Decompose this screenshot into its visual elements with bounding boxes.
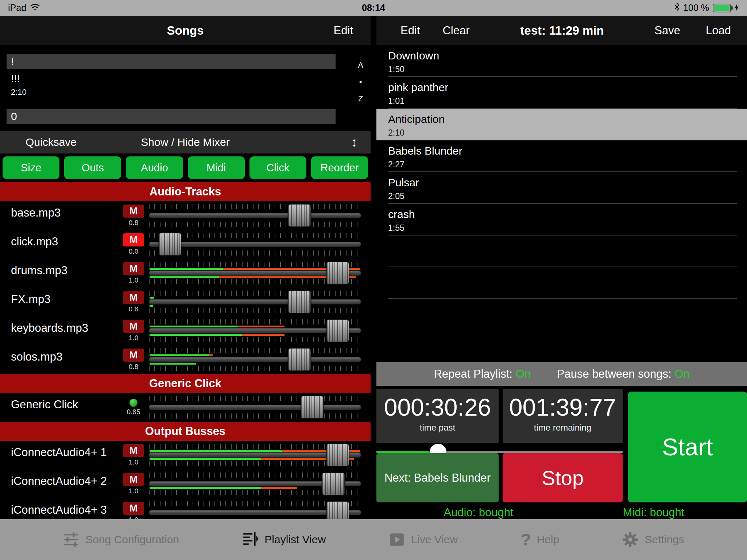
click-button[interactable]: Click	[249, 156, 306, 179]
slider-ticks	[149, 413, 361, 419]
mixer-track-row: solos.mp3 M 0.8	[0, 345, 371, 374]
resize-arrows-icon[interactable]: ↕	[351, 135, 357, 150]
mute-button[interactable]: M	[123, 262, 144, 275]
song-row[interactable]: !	[7, 54, 336, 69]
playlist-item[interactable]: Pulsar 2:05	[376, 172, 747, 204]
stop-button[interactable]: Stop	[503, 453, 623, 502]
volume-value: 0.8	[123, 363, 144, 371]
mixer-track-row: keyboards.mp3 M 1.0	[0, 316, 371, 345]
song-title: !!!	[11, 72, 336, 85]
device-label: iPad	[8, 3, 26, 13]
playlist-clear-button[interactable]: Clear	[442, 24, 469, 37]
fader-handle[interactable]	[159, 233, 181, 256]
songs-edit-button[interactable]: Edit	[334, 24, 353, 37]
mixer-toolbar: Quicksave Show / Hide Mixer ↕	[0, 131, 371, 153]
fader-handle[interactable]	[326, 262, 349, 284]
pause-between-songs-toggle[interactable]: Pause between songs: On	[557, 368, 690, 381]
fader-handle[interactable]	[288, 291, 311, 313]
volume-slider[interactable]	[149, 347, 361, 372]
midi-button[interactable]: Midi	[188, 156, 245, 179]
tab-playlist-view[interactable]: Playlist View	[242, 531, 326, 548]
track-name: iConnectAudio4+ 3	[11, 503, 107, 517]
size-button[interactable]: Size	[3, 156, 59, 179]
mute-button[interactable]: M	[123, 349, 144, 362]
fader-handle[interactable]	[322, 472, 345, 495]
start-button[interactable]: Start	[628, 392, 747, 502]
repeat-playlist-toggle[interactable]: Repeat Playlist: On	[434, 368, 530, 381]
battery-percentage: 100 %	[683, 3, 709, 13]
next-song-button[interactable]: Next: Babels Blunder	[376, 453, 499, 502]
playlist-item-duration: 2:27	[388, 160, 747, 170]
track-name: Generic Click	[11, 398, 78, 411]
alphabet-index[interactable]: A • Z	[358, 61, 363, 104]
volume-slider[interactable]	[149, 319, 361, 343]
song-row[interactable]: !!! 2:10	[7, 72, 336, 97]
playlist-item[interactable]: Anticipation 2:10	[376, 109, 747, 140]
fader-handle[interactable]	[288, 204, 311, 227]
volume-slider[interactable]	[149, 443, 361, 467]
quicksave-button[interactable]: Quicksave	[26, 136, 77, 148]
tab-live-view[interactable]: Live View	[388, 531, 458, 548]
index-letter[interactable]: Z	[358, 94, 363, 104]
mute-button[interactable]: M	[123, 320, 144, 333]
volume-slider[interactable]	[149, 501, 361, 519]
tab-song-configuration[interactable]: Song Configuration	[63, 531, 179, 548]
level-meter	[150, 411, 360, 412]
volume-slider[interactable]	[149, 290, 361, 314]
repeat-value: On	[516, 368, 531, 380]
playlist-title: test: 11:29 min	[470, 24, 655, 38]
midi-purchase-status: Midi: bought	[559, 506, 747, 519]
song-mixer-panel: Songs Edit ! !!! 2:10 0 A • Z Quicksave …	[0, 16, 371, 519]
tab-label: Help	[537, 533, 559, 546]
playlist-edit-button[interactable]: Edit	[400, 24, 420, 37]
index-letter[interactable]: •	[359, 77, 362, 87]
song-row[interactable]: 0	[7, 109, 336, 124]
playlist-item[interactable]: Babels Blunder 2:27	[376, 140, 747, 172]
fader-handle[interactable]	[301, 396, 324, 419]
volume-slider[interactable]	[149, 472, 361, 496]
fader-handle[interactable]	[288, 348, 311, 371]
mute-button[interactable]: M	[123, 473, 144, 486]
tab-settings[interactable]: Settings	[622, 531, 684, 548]
volume-slider[interactable]	[149, 232, 361, 256]
mixer-toggle-button[interactable]: Show / Hide Mixer	[141, 136, 229, 148]
outs-button[interactable]: Outs	[64, 156, 121, 179]
level-meter	[150, 297, 360, 299]
playlist-item[interactable]: Downtown 1:50	[376, 45, 747, 77]
tab-help[interactable]: ? Help	[520, 531, 559, 548]
pause-label: Pause between songs:	[557, 368, 671, 380]
level-meter	[150, 354, 360, 356]
fader-handle[interactable]	[326, 444, 349, 466]
help-icon: ?	[520, 531, 531, 548]
volume-slider[interactable]	[149, 395, 361, 419]
playlist-item[interactable]: pink panther 1:01	[376, 77, 747, 109]
playlist-item-duration: 1:01	[388, 96, 747, 106]
fader-handle[interactable]	[326, 501, 349, 519]
fader-handle[interactable]	[326, 319, 349, 342]
tab-label: Playlist View	[264, 533, 326, 546]
volume-slider[interactable]	[149, 261, 361, 285]
time-past-value: 000:30:26	[376, 393, 499, 421]
index-letter[interactable]: A	[358, 61, 363, 70]
volume-slider[interactable]	[149, 203, 361, 228]
slider-ticks	[149, 291, 361, 296]
playlist-save-button[interactable]: Save	[654, 24, 680, 37]
slider-groove	[149, 299, 361, 304]
tab-label: Song Configuration	[85, 533, 179, 546]
mute-button[interactable]: M	[123, 233, 144, 246]
mixer-track-row: base.mp3 M 0.8	[0, 201, 371, 230]
playlist: Downtown 1:50 pink panther 1:01 Anticipa…	[376, 45, 747, 299]
playlist-item[interactable]: crash 1:55	[376, 204, 747, 236]
mute-button[interactable]: M	[123, 444, 144, 457]
mute-button[interactable]: M	[123, 205, 144, 218]
mute-button[interactable]: M	[123, 502, 144, 515]
playlist-item-duration: 1:55	[388, 223, 747, 233]
mixer-track-row: drums.mp3 M 1.0	[0, 259, 371, 288]
mute-button[interactable]: M	[123, 291, 144, 304]
audio-button[interactable]: Audio	[126, 156, 183, 179]
slider-ticks	[149, 396, 361, 401]
playlist-load-button[interactable]: Load	[706, 24, 731, 37]
songs-title: Songs	[167, 24, 204, 38]
reorder-button[interactable]: Reorder	[311, 156, 368, 179]
level-meter	[150, 219, 360, 221]
